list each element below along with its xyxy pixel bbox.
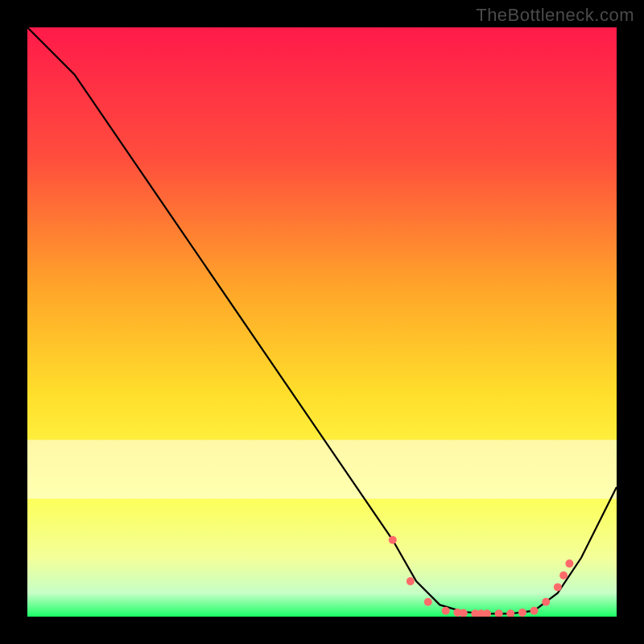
chart-svg (27, 27, 617, 617)
plot-area (27, 27, 617, 617)
marker-point (442, 607, 450, 615)
marker-point (389, 536, 397, 544)
marker-point (424, 598, 432, 606)
marker-point (559, 572, 568, 580)
white-band (27, 440, 617, 498)
watermark-text: TheBottleneck.com (476, 5, 634, 26)
chart-container: TheBottleneck.com (0, 0, 644, 644)
marker-point (518, 609, 526, 617)
gradient-background (27, 27, 617, 617)
marker-point (407, 577, 415, 585)
marker-point (565, 559, 573, 568)
marker-point (530, 607, 539, 615)
marker-point (554, 583, 562, 591)
marker-point (542, 598, 550, 606)
